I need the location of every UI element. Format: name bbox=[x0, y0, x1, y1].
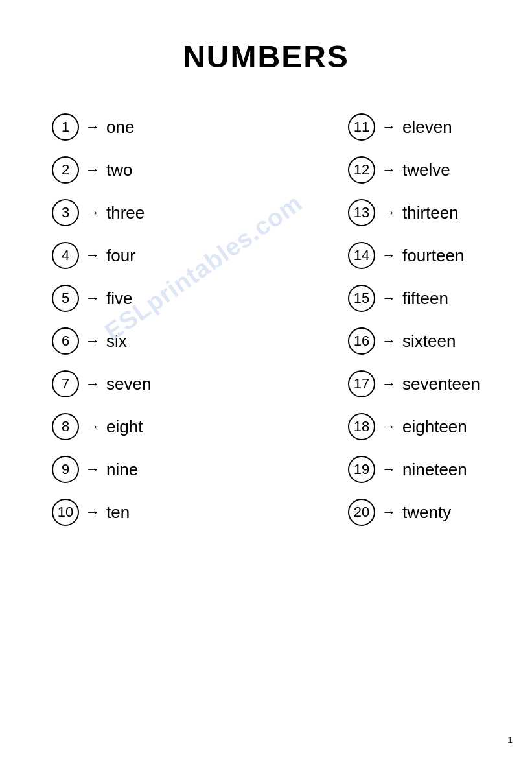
arrow-icon: → bbox=[382, 290, 396, 307]
arrow-icon: → bbox=[382, 161, 396, 178]
number-circle: 12 bbox=[348, 156, 375, 184]
number-word: eighteen bbox=[402, 417, 467, 437]
arrow-icon: → bbox=[382, 119, 396, 136]
arrow-icon: → bbox=[382, 418, 396, 435]
arrow-icon: → bbox=[86, 247, 100, 264]
list-item: 2→two bbox=[52, 150, 151, 190]
list-item: 10→ten bbox=[52, 492, 151, 532]
number-circle: 7 bbox=[52, 370, 79, 397]
list-item: 1→one bbox=[52, 107, 151, 147]
number-word: two bbox=[106, 160, 132, 180]
left-column: 1→one2→two3→three4→four5→five6→six7→seve… bbox=[52, 107, 151, 532]
number-circle: 20 bbox=[348, 499, 375, 526]
list-item: 15→fifteen bbox=[348, 278, 480, 318]
list-item: 12→twelve bbox=[348, 150, 480, 190]
arrow-icon: → bbox=[86, 461, 100, 478]
arrow-icon: → bbox=[382, 333, 396, 349]
arrow-icon: → bbox=[382, 375, 396, 392]
number-word: twenty bbox=[402, 503, 451, 523]
list-item: 7→seven bbox=[52, 364, 151, 404]
number-circle: 5 bbox=[52, 285, 79, 312]
arrow-icon: → bbox=[382, 247, 396, 264]
number-circle: 2 bbox=[52, 156, 79, 184]
list-item: 8→eight bbox=[52, 407, 151, 447]
list-item: 14→fourteen bbox=[348, 235, 480, 276]
number-circle: 16 bbox=[348, 327, 375, 355]
list-item: 17→seventeen bbox=[348, 364, 480, 404]
number-word: four bbox=[106, 246, 135, 266]
list-item: 16→sixteen bbox=[348, 321, 480, 361]
list-item: 3→three bbox=[52, 193, 151, 233]
page-title: NUMBERS bbox=[39, 39, 493, 75]
number-word: sixteen bbox=[402, 331, 456, 351]
page-number: 1 bbox=[507, 735, 513, 745]
arrow-icon: → bbox=[382, 204, 396, 221]
list-item: 18→eighteen bbox=[348, 407, 480, 447]
number-word: thirteen bbox=[402, 203, 459, 223]
number-circle: 17 bbox=[348, 370, 375, 397]
number-circle: 13 bbox=[348, 199, 375, 226]
list-item: 13→thirteen bbox=[348, 193, 480, 233]
number-circle: 3 bbox=[52, 199, 79, 226]
list-item: 19→nineteen bbox=[348, 449, 480, 490]
number-word: twelve bbox=[402, 160, 450, 180]
list-item: 11→eleven bbox=[348, 107, 480, 147]
number-circle: 15 bbox=[348, 285, 375, 312]
number-word: one bbox=[106, 117, 134, 137]
page: NUMBERS ESLprintables.com 1→one2→two3→th… bbox=[0, 0, 532, 758]
number-word: seven bbox=[106, 374, 151, 394]
number-word: ten bbox=[106, 503, 130, 523]
number-circle: 10 bbox=[52, 499, 79, 526]
number-circle: 1 bbox=[52, 113, 79, 141]
arrow-icon: → bbox=[86, 119, 100, 136]
number-word: fourteen bbox=[402, 246, 464, 266]
number-word: nine bbox=[106, 460, 138, 480]
list-item: 20→twenty bbox=[348, 492, 480, 532]
number-word: three bbox=[106, 203, 145, 223]
number-circle: 6 bbox=[52, 327, 79, 355]
arrow-icon: → bbox=[86, 204, 100, 221]
number-word: eleven bbox=[402, 117, 452, 137]
list-item: 9→nine bbox=[52, 449, 151, 490]
arrow-icon: → bbox=[86, 504, 100, 521]
arrow-icon: → bbox=[382, 461, 396, 478]
number-circle: 9 bbox=[52, 456, 79, 483]
numbers-container: 1→one2→two3→three4→four5→five6→six7→seve… bbox=[39, 107, 493, 532]
arrow-icon: → bbox=[86, 333, 100, 349]
number-circle: 4 bbox=[52, 242, 79, 269]
arrow-icon: → bbox=[86, 418, 100, 435]
number-word: fifteen bbox=[402, 289, 448, 309]
right-column: 11→eleven12→twelve13→thirteen14→fourteen… bbox=[348, 107, 480, 532]
number-word: six bbox=[106, 331, 127, 351]
number-word: five bbox=[106, 289, 132, 309]
number-circle: 19 bbox=[348, 456, 375, 483]
arrow-icon: → bbox=[382, 504, 396, 521]
number-circle: 14 bbox=[348, 242, 375, 269]
list-item: 5→five bbox=[52, 278, 151, 318]
list-item: 4→four bbox=[52, 235, 151, 276]
list-item: 6→six bbox=[52, 321, 151, 361]
number-circle: 11 bbox=[348, 113, 375, 141]
number-word: eight bbox=[106, 417, 143, 437]
arrow-icon: → bbox=[86, 161, 100, 178]
arrow-icon: → bbox=[86, 290, 100, 307]
number-circle: 18 bbox=[348, 413, 375, 440]
number-word: nineteen bbox=[402, 460, 467, 480]
number-circle: 8 bbox=[52, 413, 79, 440]
number-word: seventeen bbox=[402, 374, 480, 394]
arrow-icon: → bbox=[86, 375, 100, 392]
